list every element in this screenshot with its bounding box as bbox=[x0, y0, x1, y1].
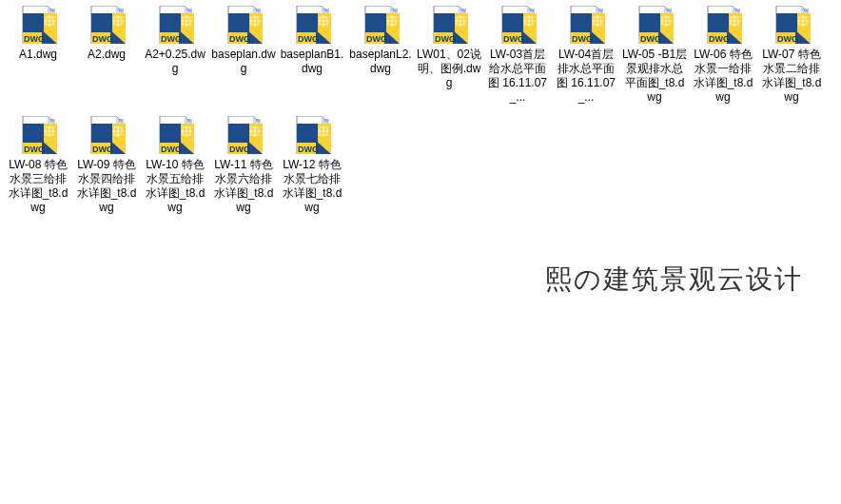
dwg-file-icon: DWG TM bbox=[293, 6, 331, 44]
svg-text:TM: TM bbox=[49, 118, 55, 123]
file-item[interactable]: DWG TM LW01、02说明、图例.dwg bbox=[415, 6, 483, 105]
svg-text:TM: TM bbox=[529, 8, 535, 12]
svg-marker-15 bbox=[91, 13, 112, 34]
dwg-file-icon: DWG TM bbox=[156, 6, 194, 44]
svg-text:DWG: DWG bbox=[92, 34, 113, 44]
svg-marker-158 bbox=[160, 124, 181, 145]
file-label: A2.dwg bbox=[73, 48, 140, 62]
dwg-file-icon: DWG TM bbox=[88, 116, 126, 154]
svg-marker-136 bbox=[23, 124, 44, 145]
dwg-file-icon: DWG TM bbox=[225, 116, 263, 154]
svg-text:DWG: DWG bbox=[435, 34, 456, 44]
file-label: A2+0.25.dwg bbox=[142, 48, 208, 76]
svg-text:DWG: DWG bbox=[92, 145, 113, 154]
file-item[interactable]: DWG TM baseplan.dwg bbox=[209, 6, 278, 105]
dwg-file-icon: DWG TM bbox=[88, 6, 126, 44]
file-item[interactable]: DWG TM LW-08 特色水景三给排水详图_t8.dwg bbox=[4, 116, 72, 215]
svg-text:DWG: DWG bbox=[161, 145, 182, 154]
file-label: LW-08 特色水景三给排水详图_t8.dwg bbox=[5, 158, 71, 215]
file-item[interactable]: DWG TM baseplanB1.dwg bbox=[278, 6, 346, 105]
file-label: baseplanB1.dwg bbox=[279, 48, 345, 76]
file-label: LW01、02说明、图例.dwg bbox=[416, 48, 482, 90]
svg-text:DWG: DWG bbox=[366, 34, 387, 44]
svg-marker-4 bbox=[23, 13, 44, 34]
svg-marker-125 bbox=[776, 13, 797, 34]
svg-text:DWG: DWG bbox=[24, 34, 45, 44]
file-item[interactable]: DWG TM LW-05 -B1层景观排水总平面图_t8.dwg bbox=[620, 6, 689, 105]
file-label: LW-07 特色水景二给排水详图_t8.dwg bbox=[758, 48, 825, 105]
dwg-file-icon: DWG TM bbox=[19, 6, 57, 44]
svg-marker-81 bbox=[502, 13, 523, 34]
svg-text:TM: TM bbox=[803, 8, 809, 12]
dwg-file-icon: DWG TM bbox=[225, 6, 263, 44]
file-label: LW-03首层给水总平面图 16.11.07_... bbox=[484, 48, 551, 105]
svg-marker-70 bbox=[434, 13, 455, 34]
file-item[interactable]: DWG TM A1.dwg bbox=[4, 6, 72, 105]
svg-marker-26 bbox=[160, 13, 181, 34]
svg-text:DWG: DWG bbox=[298, 34, 319, 44]
file-item[interactable]: DWG TM LW-11 特色水景六给排水详图_t8.dwg bbox=[209, 116, 278, 215]
svg-text:TM: TM bbox=[186, 118, 192, 123]
svg-marker-103 bbox=[639, 13, 660, 34]
file-item[interactable]: DWG TM LW-04首层排水总平面图 16.11.07_... bbox=[552, 6, 620, 105]
file-label: LW-06 特色水景一给排水详图_t8.dwg bbox=[690, 48, 756, 105]
svg-text:DWG: DWG bbox=[229, 34, 250, 44]
svg-text:TM: TM bbox=[323, 8, 329, 12]
file-item[interactable]: DWG TM A2+0.25.dwg bbox=[141, 6, 209, 105]
file-label: A1.dwg bbox=[5, 48, 71, 62]
file-label: LW-10 特色水景五给排水详图_t8.dwg bbox=[142, 158, 208, 215]
svg-text:DWG: DWG bbox=[24, 145, 45, 154]
watermark-text: 熙の建筑景观云设计 bbox=[545, 262, 803, 298]
svg-text:DWG: DWG bbox=[572, 34, 593, 44]
file-label: LW-04首层排水总平面图 16.11.07_... bbox=[553, 48, 619, 105]
dwg-file-icon: DWG TM bbox=[430, 6, 468, 44]
dwg-file-icon: DWG TM bbox=[19, 116, 57, 154]
svg-text:TM: TM bbox=[118, 8, 124, 12]
svg-text:TM: TM bbox=[255, 8, 261, 12]
file-item[interactable]: DWG TM baseplanL2.dwg bbox=[346, 6, 415, 105]
dwg-file-icon: DWG TM bbox=[773, 6, 811, 44]
dwg-file-icon: DWG TM bbox=[156, 116, 194, 154]
dwg-file-icon: DWG TM bbox=[567, 6, 605, 44]
svg-marker-92 bbox=[571, 13, 592, 34]
svg-marker-48 bbox=[297, 13, 318, 34]
svg-text:DWG: DWG bbox=[229, 145, 250, 154]
svg-text:TM: TM bbox=[118, 118, 124, 123]
file-grid: DWG TM A1.dwg DWG TM A2.dwg DWG TM A2+0.… bbox=[0, 0, 841, 232]
file-label: baseplanL2.dwg bbox=[347, 48, 414, 76]
file-label: baseplan.dwg bbox=[210, 48, 277, 76]
svg-marker-147 bbox=[91, 124, 112, 145]
svg-text:DWG: DWG bbox=[161, 34, 182, 44]
dwg-file-icon: DWG TM bbox=[704, 6, 742, 44]
svg-marker-114 bbox=[708, 13, 729, 34]
file-item[interactable]: DWG TM LW-09 特色水景四给排水详图_t8.dwg bbox=[72, 116, 141, 215]
svg-text:DWG: DWG bbox=[709, 34, 730, 44]
dwg-file-icon: DWG TM bbox=[293, 116, 331, 154]
svg-text:TM: TM bbox=[666, 8, 672, 12]
file-item[interactable]: DWG TM LW-03首层给水总平面图 16.11.07_... bbox=[483, 6, 552, 105]
file-item[interactable]: DWG TM A2.dwg bbox=[72, 6, 141, 105]
file-label: LW-05 -B1层景观排水总平面图_t8.dwg bbox=[621, 48, 688, 105]
file-item[interactable]: DWG TM LW-07 特色水景二给排水详图_t8.dwg bbox=[757, 6, 826, 105]
dwg-file-icon: DWG TM bbox=[499, 6, 537, 44]
svg-text:DWG: DWG bbox=[777, 34, 798, 44]
svg-text:DWG: DWG bbox=[298, 145, 319, 154]
svg-marker-180 bbox=[297, 124, 318, 145]
file-item[interactable]: DWG TM LW-06 特色水景一给排水详图_t8.dwg bbox=[689, 6, 757, 105]
file-item[interactable]: DWG TM LW-10 特色水景五给排水详图_t8.dwg bbox=[141, 116, 209, 215]
file-label: LW-12 特色水景七给排水详图_t8.dwg bbox=[279, 158, 345, 215]
svg-text:TM: TM bbox=[49, 8, 55, 12]
svg-marker-37 bbox=[228, 13, 249, 34]
dwg-file-icon: DWG TM bbox=[362, 6, 400, 44]
svg-text:DWG: DWG bbox=[640, 34, 661, 44]
svg-text:TM: TM bbox=[597, 8, 603, 12]
svg-text:TM: TM bbox=[734, 8, 740, 12]
svg-text:TM: TM bbox=[460, 8, 466, 12]
svg-text:TM: TM bbox=[255, 118, 261, 123]
dwg-file-icon: DWG TM bbox=[636, 6, 674, 44]
file-item[interactable]: DWG TM LW-12 特色水景七给排水详图_t8.dwg bbox=[278, 116, 346, 215]
svg-text:DWG: DWG bbox=[503, 34, 524, 44]
svg-text:TM: TM bbox=[186, 8, 192, 12]
svg-text:TM: TM bbox=[392, 8, 398, 12]
file-label: LW-09 特色水景四给排水详图_t8.dwg bbox=[73, 158, 140, 215]
